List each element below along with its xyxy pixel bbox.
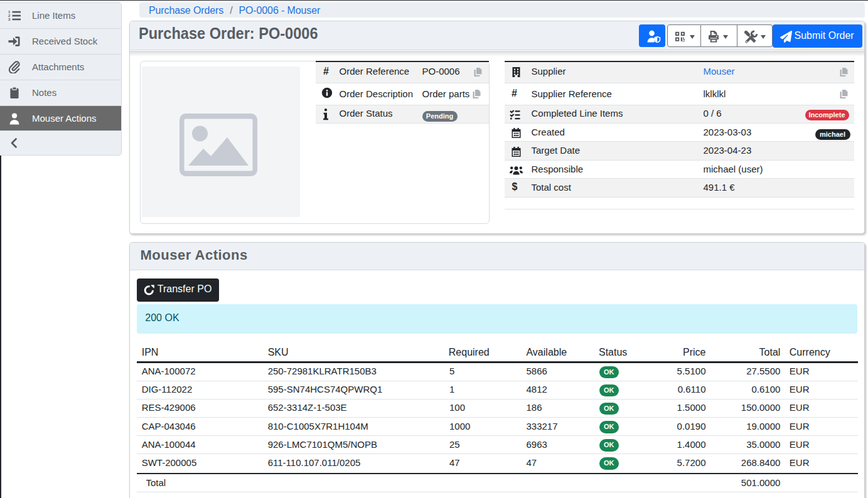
svg-text:3: 3 [8,17,11,21]
